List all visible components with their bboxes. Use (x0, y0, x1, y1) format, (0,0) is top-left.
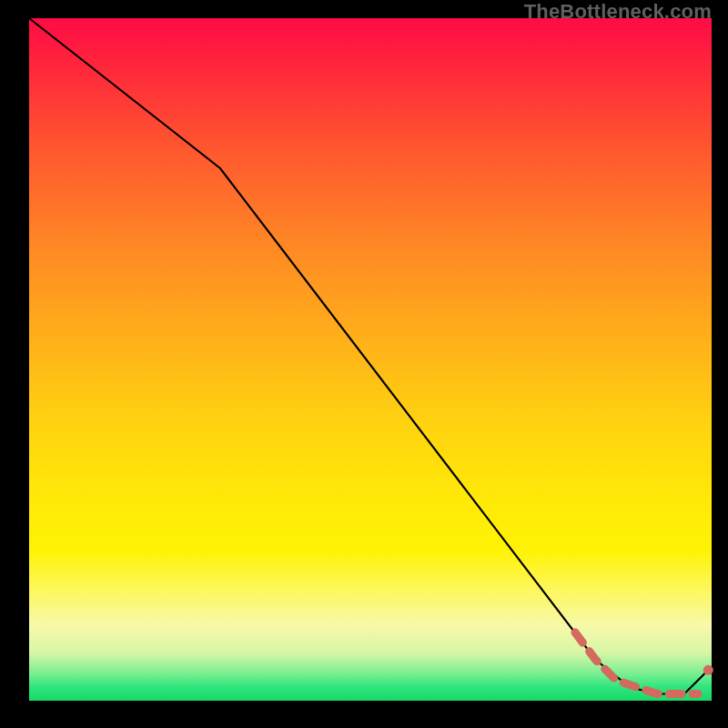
end-point (703, 665, 713, 675)
chart-frame: TheBottleneck.com (0, 0, 728, 728)
svg-point-0 (703, 665, 713, 675)
line-main (29, 18, 712, 694)
line-highlight (575, 632, 698, 694)
chart-overlay (29, 18, 712, 701)
